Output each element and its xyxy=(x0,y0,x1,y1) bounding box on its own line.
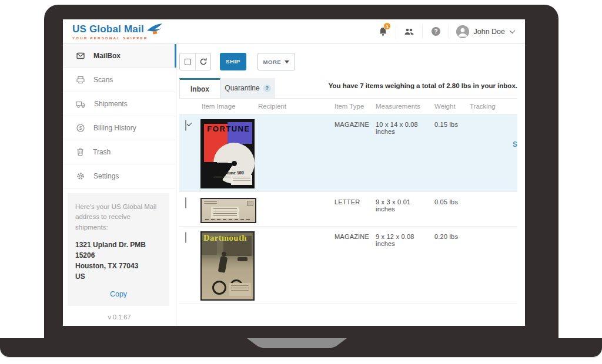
ship-button[interactable]: SHIP xyxy=(220,53,246,70)
tab-quarantine[interactable]: Quarantine xyxy=(220,78,275,98)
item-image-fortune-magazine[interactable]: FORTUNE Fortune 500 xyxy=(200,119,255,188)
help-button[interactable] xyxy=(423,19,449,43)
brand-name: US Global Mail xyxy=(72,24,144,34)
more-button-label: MORE xyxy=(263,59,282,65)
brand-tagline: YOUR PERSONAL SHIPPER xyxy=(72,36,163,40)
svg-text:$: $ xyxy=(79,125,82,131)
col-header-tracking: Tracking xyxy=(469,103,517,110)
sidebar-item-billing-history[interactable]: $ Billing History xyxy=(63,116,176,140)
copy-address-link[interactable]: Copy xyxy=(75,290,162,298)
quarantine-help-icon[interactable] xyxy=(263,85,271,92)
app-version: v 0.1.67 xyxy=(63,314,176,321)
envelope-sender-lines xyxy=(204,201,217,205)
select-refresh-group xyxy=(179,53,211,70)
row-checkbox-checked[interactable] xyxy=(185,120,186,131)
cell-tracking xyxy=(469,197,517,198)
cell-recipient xyxy=(257,197,333,198)
cell-tracking xyxy=(469,231,517,233)
tab-inbox-label: Inbox xyxy=(190,85,209,93)
refresh-icon xyxy=(199,58,208,66)
table-row[interactable]: LETTER 9 x 3 x 0.01 inches 0.05 lbs xyxy=(179,192,517,227)
contacts-button[interactable] xyxy=(396,19,422,43)
avatar xyxy=(456,25,469,38)
inbox-summary: You have 7 items weighing a total of 2.8… xyxy=(329,78,517,98)
cell-recipient xyxy=(257,231,333,233)
cell-item-type: MAGAZINE xyxy=(333,119,374,128)
sidebar-item-settings[interactable]: Settings xyxy=(63,164,176,188)
cover-bike-wheel xyxy=(212,281,226,295)
toolbar: SHIP MORE xyxy=(179,53,517,70)
sidebar: MailBox Scans Shipments xyxy=(63,44,176,326)
inbox-table: Item Image Recipient Item Type Measureme… xyxy=(179,98,517,304)
bird-logo-icon xyxy=(146,23,163,35)
col-header-item-image: Item Image xyxy=(200,103,257,110)
row-checkbox[interactable] xyxy=(185,197,186,208)
sidebar-item-shipments[interactable]: Shipments xyxy=(63,92,176,116)
cover-text-card xyxy=(231,175,252,185)
tab-inbox[interactable]: Inbox xyxy=(179,78,220,98)
col-header-recipient: Recipient xyxy=(257,103,333,110)
cover-title: Dartmouth xyxy=(203,233,247,243)
tab-band: Inbox Quarantine You have 7 items weighi… xyxy=(179,78,517,98)
sidebar-item-label: Trash xyxy=(93,148,111,156)
envelope-address-block xyxy=(211,207,239,218)
item-image-letter-envelope[interactable] xyxy=(200,198,256,223)
table-row[interactable]: FORTUNE Fortune 500 MAGAZINE 10 x 14 x 0… xyxy=(179,114,517,192)
checkbox-icon xyxy=(185,59,191,65)
scanner-icon xyxy=(76,75,85,85)
refresh-button[interactable] xyxy=(195,53,210,70)
address-intro: Here's your US Global Mail address to re… xyxy=(75,202,162,233)
address-line-2: Houston, TX 77043 xyxy=(75,261,162,271)
more-button[interactable]: MORE xyxy=(257,53,296,70)
sidebar-item-label: Billing History xyxy=(93,124,136,132)
user-menu[interactable]: John Doe xyxy=(449,25,517,38)
select-all-checkbox[interactable] xyxy=(180,53,195,70)
col-header-item-type: Item Type xyxy=(333,103,374,110)
address-panel: Here's your US Global Mail address to re… xyxy=(68,193,169,306)
user-name: John Doe xyxy=(473,28,505,36)
cell-measurements: 9 x 3 x 0.01 inches xyxy=(374,197,433,213)
chevron-down-icon xyxy=(510,28,516,33)
address-line-3: US xyxy=(75,271,162,282)
cover-cyclist-body xyxy=(218,256,228,273)
cell-measurements: 9 x 12 x 0.08 inches xyxy=(374,231,433,247)
envelope-footer-line xyxy=(205,219,252,220)
tab-quarantine-label: Quarantine xyxy=(225,84,259,92)
clipped-action-label[interactable]: S xyxy=(513,140,517,149)
cover-center-dot xyxy=(232,161,237,166)
laptop-notch xyxy=(247,338,347,348)
brand-logo[interactable]: US Global Mail YOUR PERSONAL SHIPPER xyxy=(72,23,163,40)
sidebar-item-label: Scans xyxy=(93,76,113,84)
cell-item-type: LETTER xyxy=(333,197,374,205)
users-icon xyxy=(404,28,414,36)
sidebar-item-label: Shipments xyxy=(94,100,128,108)
main-content: SHIP MORE Inbox Quarantine You have 7 it… xyxy=(176,44,517,326)
col-header-weight: Weight xyxy=(433,103,469,110)
notification-badge: 1 xyxy=(383,22,391,30)
cell-tracking xyxy=(469,119,517,121)
row-checkbox[interactable] xyxy=(185,232,186,243)
sidebar-item-mailbox[interactable]: MailBox xyxy=(63,44,176,68)
gear-icon xyxy=(76,171,85,181)
table-header-row: Item Image Recipient Item Type Measureme… xyxy=(179,99,517,114)
cell-measurements: 10 x 14 x 0.08 inches xyxy=(374,119,433,135)
address-line-1: 1321 Upland Dr. PMB 15206 xyxy=(75,240,162,261)
envelope-stamp xyxy=(247,201,253,206)
trash-icon xyxy=(76,147,85,157)
mailbox-icon xyxy=(76,51,85,60)
header-actions: 1 xyxy=(370,19,517,43)
item-image-dartmouth-magazine[interactable]: Dartmouth xyxy=(200,231,255,301)
cell-item-type: MAGAZINE xyxy=(333,231,374,240)
cover-title: FORTUNE xyxy=(205,124,252,133)
truck-icon xyxy=(76,100,86,109)
sidebar-item-scans[interactable]: Scans xyxy=(63,68,176,92)
cell-weight: 0.15 lbs xyxy=(433,119,469,128)
question-mark-icon xyxy=(432,27,440,36)
notifications-button[interactable]: 1 xyxy=(370,19,396,43)
sidebar-item-trash[interactable]: Trash xyxy=(63,140,176,164)
table-row[interactable]: Dartmouth MAGAZINE 9 x 12 x 0.08 inches … xyxy=(179,227,517,304)
cover-text-card xyxy=(229,283,251,296)
cell-recipient xyxy=(257,119,333,121)
app-header: US Global Mail YOUR PERSONAL SHIPPER xyxy=(63,19,525,44)
laptop-base xyxy=(0,338,602,357)
